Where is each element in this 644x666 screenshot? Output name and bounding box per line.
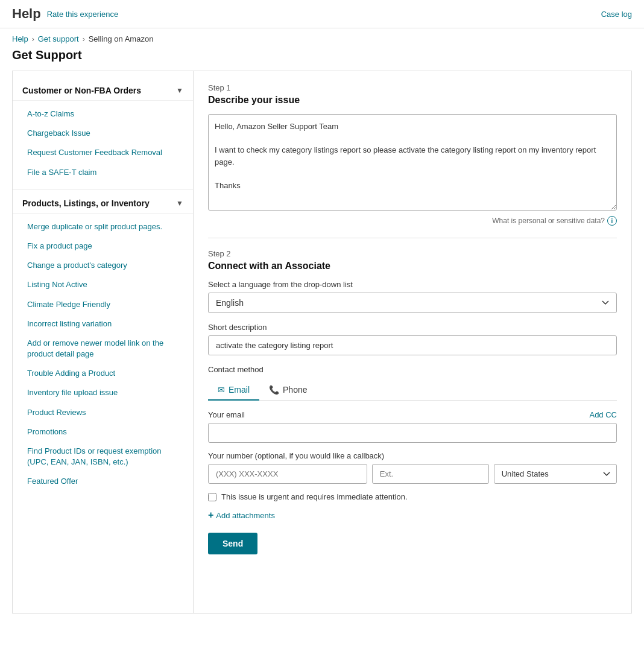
sidebar-item-atoz[interactable]: A-to-z Claims: [13, 104, 193, 124]
sensitive-data-note: What is personal or sensitive data? i: [208, 216, 617, 226]
contact-tabs: ✉ Email 📞 Phone: [208, 380, 617, 401]
step1-title: Describe your issue: [208, 95, 617, 106]
header: Help Rate this experience Case log: [0, 0, 644, 28]
breadcrumb-sep1: ›: [32, 35, 34, 43]
content-panel: Step 1 Describe your issue Hello, Amazon…: [194, 71, 631, 613]
sidebar: Customer or Non-FBA Orders ▼ A-to-z Clai…: [13, 71, 194, 613]
tab-email-label: Email: [229, 385, 250, 395]
language-select[interactable]: English Spanish French German Japanese C…: [208, 293, 617, 313]
sidebar-item-newer-model[interactable]: Add or remove newer model link on the pr…: [13, 334, 193, 364]
help-title: Help: [12, 6, 41, 22]
case-log-link[interactable]: Case log: [601, 10, 632, 19]
header-left: Help Rate this experience: [12, 6, 118, 22]
sidebar-item-trouble-adding[interactable]: Trouble Adding a Product: [13, 364, 193, 383]
sidebar-products-items: Merge duplicate or split product pages. …: [13, 214, 193, 495]
urgent-label: This issue is urgent and requires immedi…: [221, 492, 408, 501]
phone-number-input[interactable]: [208, 464, 367, 484]
short-desc-input[interactable]: [208, 335, 617, 355]
contact-method-label: Contact method: [208, 365, 617, 374]
sidebar-item-feedback-removal[interactable]: Request Customer Feedback Removal: [13, 143, 193, 162]
sidebar-divider: [13, 189, 193, 190]
breadcrumb-help[interactable]: Help: [12, 34, 28, 43]
plus-icon: +: [208, 510, 213, 521]
send-button[interactable]: Send: [208, 533, 257, 554]
sidebar-item-chargeback[interactable]: Chargeback Issue: [13, 124, 193, 143]
phone-row: United States Canada United Kingdom: [208, 464, 617, 484]
sidebar-item-listing-not-active[interactable]: Listing Not Active: [13, 275, 193, 294]
info-icon[interactable]: i: [607, 216, 617, 226]
ext-input[interactable]: [372, 464, 489, 484]
email-icon: ✉: [218, 385, 225, 395]
sidebar-section-orders[interactable]: Customer or Non-FBA Orders ▼: [13, 81, 193, 101]
sidebar-section-products-title: Products, Listings, or Inventory: [22, 198, 150, 208]
sidebar-item-product-reviews[interactable]: Product Reviews: [13, 403, 193, 422]
sidebar-item-product-ids[interactable]: Find Product IDs or request exemption (U…: [13, 442, 193, 472]
sidebar-orders-items: A-to-z Claims Chargeback Issue Request C…: [13, 101, 193, 186]
sidebar-item-category[interactable]: Change a product's category: [13, 256, 193, 275]
add-cc-link[interactable]: Add CC: [589, 410, 617, 419]
urgent-checkbox[interactable]: [208, 493, 216, 501]
email-label: Your email: [208, 410, 245, 419]
email-input[interactable]: [208, 423, 617, 443]
rate-experience-link[interactable]: Rate this experience: [47, 10, 119, 19]
sidebar-item-featured-offer[interactable]: Featured Offer: [13, 472, 193, 491]
sidebar-item-listing-variation[interactable]: Incorrect listing variation: [13, 314, 193, 334]
page-title: Get Support: [0, 46, 644, 71]
add-attachments-label: Add attachments: [216, 511, 275, 520]
country-select[interactable]: United States Canada United Kingdom: [494, 464, 617, 484]
sidebar-item-merge[interactable]: Merge duplicate or split product pages.: [13, 217, 193, 236]
step2-section: Step 2 Connect with an Associate Select …: [208, 238, 617, 554]
main-container: Customer or Non-FBA Orders ▼ A-to-z Clai…: [12, 71, 632, 614]
chevron-down-icon: ▼: [176, 86, 183, 95]
sidebar-item-promotions[interactable]: Promotions: [13, 422, 193, 442]
breadcrumb: Help › Get support › Selling on Amazon: [0, 28, 644, 46]
tab-phone-label: Phone: [283, 385, 307, 395]
sidebar-item-fix-page[interactable]: Fix a product page: [13, 236, 193, 256]
sidebar-item-climate[interactable]: Climate Pledge Friendly: [13, 295, 193, 314]
step2-label: Step 2: [208, 249, 617, 258]
sensitive-data-text: What is personal or sensitive data?: [492, 217, 605, 225]
tab-phone[interactable]: 📞 Phone: [259, 380, 317, 401]
step2-title: Connect with an Associate: [208, 261, 617, 271]
tab-email[interactable]: ✉ Email: [208, 380, 259, 401]
sidebar-item-safe-t[interactable]: File a SAFE-T claim: [13, 163, 193, 182]
phone-label: Your number (optional, if you would like…: [208, 451, 617, 460]
breadcrumb-current: Selling on Amazon: [89, 34, 154, 43]
language-label: Select a language from the drop-down lis…: [208, 280, 617, 289]
breadcrumb-get-support[interactable]: Get support: [38, 34, 79, 43]
urgent-row: This issue is urgent and requires immedi…: [208, 492, 617, 501]
issue-textarea[interactable]: Hello, Amazon Seller Support Team I want…: [208, 114, 617, 211]
add-attachments-link[interactable]: + Add attachments: [208, 510, 617, 521]
sidebar-section-orders-title: Customer or Non-FBA Orders: [22, 86, 141, 95]
step1-label: Step 1: [208, 83, 617, 92]
email-row: Your email Add CC: [208, 410, 617, 419]
sidebar-item-inventory-upload[interactable]: Inventory file upload issue: [13, 383, 193, 402]
short-desc-label: Short description: [208, 323, 617, 332]
chevron-down-icon-2: ▼: [176, 199, 183, 208]
breadcrumb-sep2: ›: [83, 35, 85, 43]
phone-icon: 📞: [269, 385, 279, 395]
sidebar-section-products[interactable]: Products, Listings, or Inventory ▼: [13, 194, 193, 214]
